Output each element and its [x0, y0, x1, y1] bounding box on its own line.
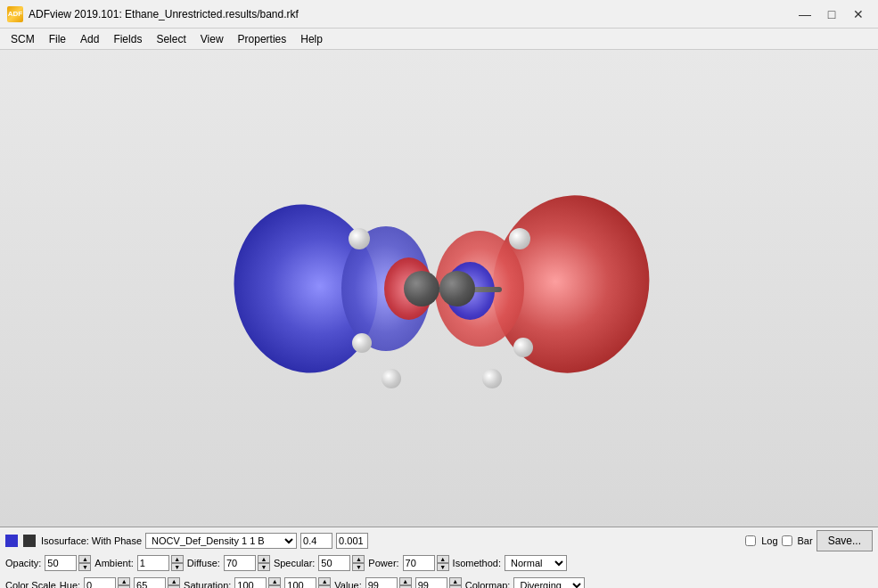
opacity-down[interactable]: ▼	[78, 563, 91, 571]
title-bar: ADF ADFview 2019.101: Ethane_Unrestricte…	[0, 0, 878, 29]
menu-add[interactable]: Add	[73, 31, 106, 47]
sat-val2-spinner[interactable]: ▲ ▼	[318, 577, 331, 588]
hue-val1-up[interactable]: ▲	[118, 577, 130, 585]
specular-label: Specular:	[274, 558, 315, 568]
hydrogen-atom-1	[349, 228, 370, 249]
sat-val1-up[interactable]: ▲	[268, 577, 281, 585]
close-button[interactable]: ✕	[846, 4, 871, 24]
power-up[interactable]: ▲	[437, 555, 449, 563]
orbital-visualization	[217, 155, 662, 422]
diffuse-down[interactable]: ▼	[258, 563, 270, 571]
opacity-label: Opacity:	[5, 558, 41, 568]
diffuse-input[interactable]	[224, 555, 256, 571]
colorscale-row: Color Scale Hue: ▲ ▼ ▲ ▼ Saturation: ▲ ▼…	[5, 576, 873, 588]
val-val1-input[interactable]	[365, 577, 398, 588]
colorscale-label: Color Scale	[5, 580, 56, 588]
specular-input[interactable]	[318, 555, 350, 571]
menu-scm[interactable]: SCM	[4, 31, 42, 47]
specular-spinner[interactable]: ▲ ▼	[352, 555, 365, 571]
sat-val2-up[interactable]: ▲	[318, 577, 331, 585]
log-bar-area: Log Bar	[745, 535, 812, 546]
isosurface-color-indicator	[5, 535, 18, 547]
menu-fields[interactable]: Fields	[106, 31, 149, 47]
menu-bar: SCM File Add Fields Select View Properti…	[0, 29, 878, 50]
isomethod-select[interactable]: Normal	[505, 555, 567, 571]
power-down[interactable]: ▼	[437, 563, 449, 571]
hue-val1-input[interactable]	[84, 577, 116, 588]
hydrogen-atom-3	[382, 369, 401, 388]
molecular-viewport[interactable]	[0, 50, 878, 527]
specular-down[interactable]: ▼	[352, 563, 365, 571]
isosurface-label: Isosurface: With Phase	[41, 535, 142, 546]
sat-val1-spinner[interactable]: ▲ ▼	[268, 577, 281, 588]
opacity-spinner[interactable]: ▲ ▼	[78, 555, 91, 571]
app-icon: ADF	[7, 6, 23, 22]
val-val1-up[interactable]: ▲	[399, 577, 412, 585]
log-checkbox[interactable]	[745, 535, 756, 546]
val-val1-spinner[interactable]: ▲ ▼	[399, 577, 412, 588]
sat-val1-input[interactable]	[234, 577, 267, 588]
diffuse-label: Diffuse:	[187, 558, 220, 568]
carbon-atom-left	[404, 271, 439, 306]
opacity-row: Opacity: ▲ ▼ Ambient: ▲ ▼ Diffuse: ▲ ▼ S…	[5, 553, 873, 573]
val-val2-up[interactable]: ▲	[449, 577, 462, 585]
specular-up[interactable]: ▲	[352, 555, 365, 563]
menu-help[interactable]: Help	[293, 31, 330, 47]
control-panel: Isosurface: With Phase NOCV_Def_Density …	[0, 527, 878, 588]
hydrogen-atom-5	[513, 338, 533, 357]
colormap-select[interactable]: Diverging	[513, 577, 585, 588]
opacity-input[interactable]	[45, 555, 77, 571]
power-label: Power:	[368, 558, 398, 568]
bar-label: Bar	[798, 535, 813, 546]
window-controls: — □ ✕	[792, 4, 871, 24]
bar-checkbox[interactable]	[782, 535, 792, 546]
opacity-up[interactable]: ▲	[78, 555, 91, 563]
isosurface-color-indicator-2	[23, 535, 36, 547]
menu-file[interactable]: File	[42, 31, 73, 47]
ambient-up[interactable]: ▲	[171, 555, 184, 563]
sat-val2-input[interactable]	[284, 577, 316, 588]
isomethod-label: Isomethod:	[453, 558, 501, 568]
hue-label: Hue:	[60, 580, 80, 588]
saturation-label: Saturation:	[184, 580, 231, 588]
ambient-label: Ambient:	[94, 558, 133, 568]
hydrogen-atom-4	[509, 228, 530, 249]
menu-select[interactable]: Select	[149, 31, 193, 47]
maximize-button[interactable]: □	[819, 4, 844, 24]
log-label: Log	[761, 535, 777, 546]
val-val2-spinner[interactable]: ▲ ▼	[449, 577, 462, 588]
iso-value-1-input[interactable]	[300, 533, 332, 549]
value-label: Value:	[334, 580, 361, 588]
save-button[interactable]: Save...	[816, 530, 873, 551]
minimize-button[interactable]: —	[792, 4, 817, 24]
hue-val2-spinner[interactable]: ▲ ▼	[168, 577, 180, 588]
hydrogen-atom-6	[482, 369, 502, 388]
val-val2-input[interactable]	[415, 577, 447, 588]
window-title: ADFview 2019.101: Ethane_Unrestricted.re…	[29, 8, 792, 20]
iso-value-2-input[interactable]	[336, 533, 368, 549]
colormap-label: Colormap:	[465, 580, 511, 588]
diffuse-up[interactable]: ▲	[258, 555, 270, 563]
power-spinner[interactable]: ▲ ▼	[437, 555, 449, 571]
ambient-spinner[interactable]: ▲ ▼	[171, 555, 184, 571]
isosurface-type-select[interactable]: NOCV_Def_Density 1 1 B	[145, 533, 297, 549]
hydrogen-atom-2	[352, 333, 372, 353]
carbon-atom-right	[439, 271, 475, 306]
hue-val2-up[interactable]: ▲	[168, 577, 180, 585]
hue-val1-spinner[interactable]: ▲ ▼	[118, 577, 130, 588]
menu-properties[interactable]: Properties	[231, 31, 294, 47]
ambient-down[interactable]: ▼	[171, 563, 184, 571]
molecule-canvas	[0, 50, 878, 527]
menu-view[interactable]: View	[193, 31, 231, 47]
diffuse-spinner[interactable]: ▲ ▼	[258, 555, 270, 571]
isosurface-row: Isosurface: With Phase NOCV_Def_Density …	[5, 531, 873, 551]
power-input[interactable]	[403, 555, 435, 571]
ambient-input[interactable]	[137, 555, 169, 571]
hue-val2-input[interactable]	[134, 577, 166, 588]
